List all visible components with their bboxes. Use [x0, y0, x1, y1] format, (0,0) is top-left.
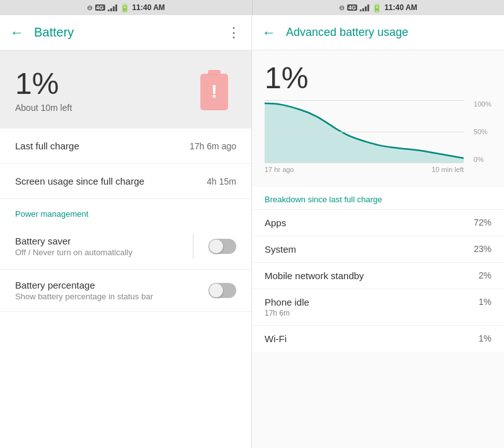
advanced-title: Advanced battery usage [286, 26, 408, 39]
battery-percentage-toggle[interactable] [209, 283, 236, 298]
battery-icon-container: ! [192, 66, 236, 116]
left-stop-icon: ⊖ [87, 4, 93, 12]
breakdown-apps-text: Apps [265, 217, 474, 228]
breakdown-header: Breakdown since last full charge [252, 187, 504, 209]
breakdown-wifi-item[interactable]: Wi-Fi 1% [252, 325, 504, 352]
breakdown-system-item[interactable]: System 23% [252, 236, 504, 262]
advanced-back-button[interactable]: ← [262, 25, 276, 41]
power-management-header: Power management [0, 199, 251, 224]
advanced-battery-panel: ← Advanced battery usage 1% [252, 15, 504, 448]
right-time: 11:40 AM [384, 3, 417, 12]
status-bars: ⊖ 4G 🔋 11:40 AM ⊖ 4G 🔋 11:40 AM [0, 0, 504, 15]
right-signal-icon [360, 4, 369, 11]
breakdown-mobile-standby-item[interactable]: Mobile network standby 2% [252, 262, 504, 289]
left-4g-badge: 4G [95, 4, 105, 11]
breakdown-system-value: 23% [474, 244, 491, 254]
left-battery-low-icon: 🔋 [120, 3, 130, 13]
battery-back-button[interactable]: ← [10, 25, 24, 41]
battery-saver-sublabel: Off / Never turn on automatically [15, 248, 193, 257]
svg-rect-1 [208, 70, 220, 75]
chart-y-100: 100% [474, 100, 491, 108]
svg-text:!: ! [211, 81, 217, 101]
breakdown-mobile-standby-text: Mobile network standby [265, 270, 479, 281]
battery-saver-toggle[interactable] [209, 239, 236, 254]
battery-percentage-label: Battery percentage [15, 280, 209, 290]
battery-panel: ← Battery ⋮ 1% About 10m left ! [0, 15, 252, 448]
advanced-percent-display: 1% [252, 50, 504, 100]
right-battery-low-icon: 🔋 [372, 3, 382, 13]
last-full-charge-item: Last full charge 17h 6m ago [0, 129, 251, 164]
last-full-charge-label: Last full charge [15, 141, 190, 151]
battery-time-left: About 10m left [15, 103, 72, 113]
last-full-charge-text: Last full charge [15, 141, 190, 151]
power-management-label: Power management [15, 209, 236, 219]
battery-percent-display: 1% [15, 69, 72, 99]
advanced-toolbar: ← Advanced battery usage [252, 15, 504, 50]
battery-saver-label: Battery saver [15, 236, 193, 246]
breakdown-system-label: System [265, 244, 474, 255]
breakdown-apps-value: 72% [474, 217, 491, 227]
breakdown-header-text: Breakdown since last full charge [265, 195, 491, 204]
battery-summary-card: 1% About 10m left ! [0, 50, 251, 129]
battery-saver-item[interactable]: Battery saver Off / Never turn on automa… [0, 224, 251, 270]
chart-y-0: 0% [474, 156, 491, 163]
battery-more-button[interactable]: ⋮ [227, 25, 241, 41]
breakdown-wifi-value: 1% [479, 333, 491, 343]
breakdown-mobile-standby-value: 2% [479, 270, 491, 280]
breakdown-phone-idle-value: 1% [479, 297, 491, 307]
screen-usage-value: 4h 15m [207, 176, 236, 187]
battery-toolbar: ← Battery ⋮ [0, 15, 251, 50]
screens: ← Battery ⋮ 1% About 10m left ! [0, 15, 504, 448]
battery-percentage-item[interactable]: Battery percentage Show battery percenta… [0, 270, 251, 312]
breakdown-wifi-label: Wi-Fi [265, 333, 479, 344]
chart-y-50: 50% [474, 128, 491, 135]
right-4g-badge: 4G [347, 4, 357, 11]
battery-info: 1% About 10m left [15, 69, 72, 113]
battery-critical-icon: ! [195, 67, 233, 115]
breakdown-phone-idle-item[interactable]: Phone idle 17h 6m 1% [252, 289, 504, 325]
breakdown-apps-item[interactable]: Apps 72% [252, 209, 504, 236]
left-status-bar: ⊖ 4G 🔋 11:40 AM [0, 0, 253, 15]
chart-x-labels: 17 hr ago 10 min left [265, 166, 464, 173]
battery-percentage-text: Battery percentage Show battery percenta… [15, 280, 209, 301]
breakdown-apps-label: Apps [265, 217, 474, 228]
right-stop-icon: ⊖ [339, 4, 345, 12]
breakdown-phone-idle-sublabel: 17h 6m [265, 309, 479, 318]
breakdown-system-text: System [265, 244, 474, 255]
battery-chart: 100% 50% 0% 17 hr ago 10 min left [252, 100, 504, 182]
breakdown-wifi-text: Wi-Fi [265, 333, 479, 344]
breakdown-section: Breakdown since last full charge Apps 72… [252, 187, 504, 352]
breakdown-phone-idle-text: Phone idle 17h 6m [265, 297, 479, 318]
screen-usage-item: Screen usage since full charge 4h 15m [0, 164, 251, 199]
chart-y-labels: 100% 50% 0% [474, 100, 491, 163]
left-signal-icon [108, 4, 117, 11]
screen-usage-label: Screen usage since full charge [15, 176, 207, 187]
battery-saver-knob [209, 239, 223, 253]
right-status-bar: ⊖ 4G 🔋 11:40 AM [253, 0, 505, 15]
battery-saver-text: Battery saver Off / Never turn on automa… [15, 236, 193, 257]
battery-title: Battery [34, 25, 227, 40]
left-time: 11:40 AM [132, 3, 165, 12]
breakdown-mobile-standby-label: Mobile network standby [265, 270, 479, 281]
battery-saver-divider [193, 234, 193, 259]
battery-percentage-knob [209, 284, 223, 297]
last-full-charge-value: 17h 6m ago [190, 141, 236, 151]
battery-percentage-sublabel: Show battery percentage in status bar [15, 292, 209, 301]
chart-x-left: 17 hr ago [265, 166, 294, 173]
chart-x-right: 10 min left [432, 166, 464, 173]
screen-usage-text: Screen usage since full charge [15, 176, 207, 187]
breakdown-phone-idle-label: Phone idle [265, 297, 479, 307]
battery-settings-list: Last full charge 17h 6m ago Screen usage… [0, 129, 251, 448]
